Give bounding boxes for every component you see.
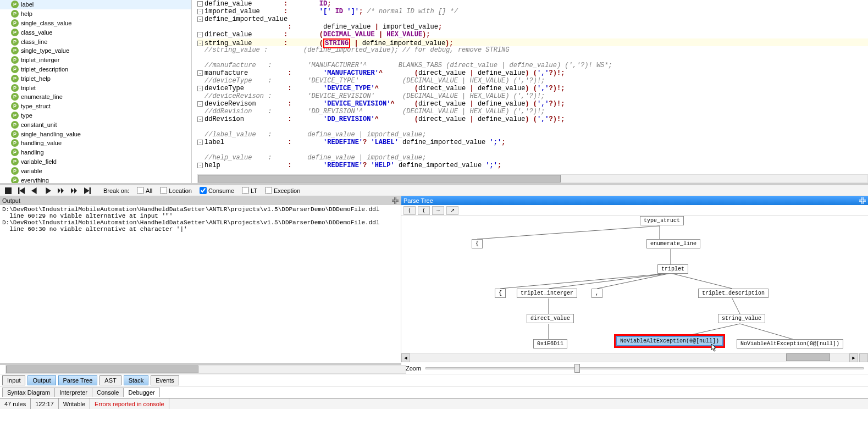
pt-node-nvae-2[interactable]: NoViableAltException(0@[null]) (737, 339, 843, 348)
outline-item-class_line[interactable]: Pclass_line (0, 37, 191, 46)
parsetree-body[interactable]: type_struct { enumerate_line triplet { t… (401, 216, 868, 353)
editor-line[interactable] (197, 123, 868, 131)
pt-node-enumerate-line[interactable]: enumerate_line (646, 239, 700, 248)
editor-line[interactable]: -manufacture : 'MANUFACTURER'^ (direct_v… (197, 69, 868, 77)
pt-node-nvae-selected[interactable]: NoViableAltException(0@[null]) (616, 336, 723, 346)
pt-btn-2[interactable]: ( (418, 206, 430, 215)
fold-marker[interactable]: - (197, 163, 203, 168)
scroll-right-arrow[interactable]: ► (849, 353, 858, 362)
outline-item-single_handling_value[interactable]: Psingle_handling_value (0, 129, 191, 139)
editor-line[interactable]: -define_imported_value (197, 15, 868, 23)
pt-btn-4[interactable]: ↗ (446, 206, 458, 215)
chk-lt[interactable]: LT (242, 187, 257, 194)
outline-item-type_struct[interactable]: Ptype_struct (0, 102, 191, 111)
outline-item-enumerate_line[interactable]: Penumerate_line (0, 92, 191, 102)
outline-item-handling_value[interactable]: Phandling_value (0, 139, 191, 148)
pt-node-lbrace2[interactable]: { (495, 289, 506, 298)
output-body[interactable]: D:\DevRoot\IndustrialMobileAutomation\Ha… (0, 205, 401, 363)
editor-line[interactable]: -define_value : ID; (197, 0, 868, 8)
fold-marker[interactable]: - (197, 41, 203, 46)
editor-line[interactable]: -direct_value : (DECIMAL_VALUE | HEX_VAL… (197, 31, 868, 38)
outline-item-triplet_help[interactable]: Ptriplet_help (0, 74, 191, 83)
editor-line[interactable]: -ddRevision : 'DD_REVISION'^ (direct_val… (197, 115, 868, 123)
step-back-button[interactable] (31, 187, 38, 195)
outline-item-variable[interactable]: Pvariable (0, 166, 191, 175)
code-editor[interactable]: -define_value : ID;-imported_value : '['… (192, 0, 868, 183)
fold-marker[interactable]: - (197, 9, 203, 14)
tab-syntax-diagram[interactable]: Syntax Diagram (2, 388, 55, 397)
outline-item-label[interactable]: Plabel (0, 0, 191, 9)
tab-ast[interactable]: AST (99, 375, 121, 385)
pt-node-string-value[interactable]: string_value (718, 314, 765, 323)
outline-item-constant_unit[interactable]: Pconstant_unit (0, 120, 191, 129)
parsetree-hscrollbar[interactable]: ◄ ► (401, 353, 868, 362)
pt-node-comma[interactable]: , (591, 289, 602, 298)
editor-line[interactable]: : define_value | imported_value; (197, 23, 868, 31)
goto-start-button[interactable] (18, 187, 25, 195)
tab-events[interactable]: Events (151, 375, 179, 385)
pt-node-triplet[interactable]: triplet (657, 264, 688, 274)
tab-debugger[interactable]: Debugger (123, 388, 159, 397)
fold-marker[interactable]: - (197, 1, 203, 7)
fold-marker[interactable]: - (197, 70, 203, 76)
zoom-slider[interactable] (425, 367, 864, 369)
outline-item-triplet_description[interactable]: Ptriplet_description (0, 65, 191, 74)
editor-line[interactable]: //deviceRevison : 'DEVICE_REVISION' (DEC… (197, 92, 868, 100)
tab-stack[interactable]: Stack (124, 375, 149, 385)
outline-item-handling[interactable]: Phandling (0, 148, 191, 157)
pt-node-direct-value[interactable]: direct_value (527, 314, 574, 323)
pt-btn-1[interactable]: ( (403, 206, 416, 215)
outline-item-triplet[interactable]: Ptriplet (0, 83, 191, 92)
editor-line[interactable] (197, 54, 868, 62)
editor-line[interactable]: //label_value : define_value | imported_… (197, 131, 868, 139)
chk-exception[interactable]: Exception (265, 187, 300, 194)
editor-line[interactable]: -deviceType : 'DEVICE_TYPE'^ (direct_val… (197, 85, 868, 92)
fold-marker[interactable]: - (197, 117, 203, 122)
editor-line[interactable]: //manufacture : 'MANUFACTURER'^ BLANKS_T… (197, 62, 868, 69)
outline-item-single_class_value[interactable]: Psingle_class_value (0, 19, 191, 28)
editor-line[interactable]: //string_value : (define_imported_value)… (197, 46, 868, 54)
fold-marker[interactable]: - (197, 16, 203, 22)
pt-node-lbrace[interactable]: { (472, 239, 483, 248)
goto-end-button[interactable] (84, 187, 91, 195)
outline-item-help[interactable]: Phelp (0, 9, 191, 19)
expand-icon[interactable] (859, 197, 866, 204)
pt-node-triplet-description[interactable]: triplet_description (698, 289, 769, 298)
editor-line[interactable]: //deviceType : 'DEVICE_TYPE' (DECIMAL_VA… (197, 77, 868, 85)
step-over-button[interactable]: ♪ (57, 187, 65, 195)
output-hscrollbar[interactable] (5, 365, 406, 374)
pt-node-type-struct[interactable]: type_struct (640, 216, 684, 225)
editor-hscrollbar[interactable] (197, 174, 868, 183)
outline-item-everything[interactable]: Peverything (0, 175, 191, 183)
outline-item-type[interactable]: Ptype (0, 111, 191, 120)
editor-line[interactable] (197, 146, 868, 154)
editor-line[interactable]: -deviceRevison : 'DEVICE_REVISION'^ (dir… (197, 100, 868, 108)
tab-output[interactable]: Output (27, 375, 56, 385)
editor-line[interactable]: -imported_value : '[' ID ']'; /* normal … (197, 8, 868, 15)
editor-line[interactable]: //help_value : define_value | imported_v… (197, 154, 868, 162)
fold-marker[interactable]: - (197, 101, 203, 107)
step-forward-button[interactable] (44, 187, 52, 195)
chk-all[interactable]: All (137, 187, 152, 194)
fast-forward-button[interactable] (70, 187, 78, 195)
expand-icon[interactable] (392, 197, 399, 204)
outline-item-class_value[interactable]: Pclass_value (0, 27, 191, 37)
fold-marker[interactable]: - (197, 140, 203, 145)
pt-node-triplet-interger[interactable]: triplet_interger (517, 289, 577, 298)
pt-btn-3[interactable]: → (432, 206, 444, 215)
tab-input[interactable]: Input (2, 375, 25, 385)
outline-item-triplet_interger[interactable]: Ptriplet_interger (0, 56, 191, 65)
chk-location[interactable]: Location (160, 187, 192, 194)
stop-button[interactable] (4, 187, 12, 195)
editor-line[interactable]: //ddRevision : 'DD_REVISION'^ (DECIMAL_V… (197, 108, 868, 115)
tab-parse-tree[interactable]: Parse Tree (58, 375, 98, 385)
fold-marker[interactable]: - (197, 86, 203, 91)
outline-item-variable_field[interactable]: Pvariable_field (0, 157, 191, 167)
chk-consume[interactable]: Consume (200, 187, 234, 194)
tab-interpreter[interactable]: Interpreter (54, 388, 92, 397)
editor-line[interactable]: -help : 'REDEFINE'? 'HELP' define_import… (197, 162, 868, 169)
fold-marker[interactable]: - (197, 32, 203, 37)
pt-node-hex[interactable]: 0x1E6D11 (533, 339, 567, 348)
scroll-left-arrow[interactable]: ◄ (401, 353, 410, 362)
tab-console[interactable]: Console (92, 388, 124, 397)
